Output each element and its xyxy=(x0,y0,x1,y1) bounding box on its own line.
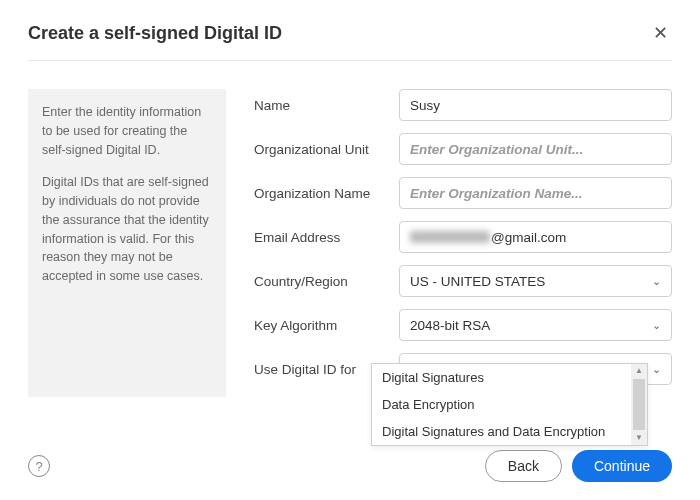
help-icon[interactable]: ? xyxy=(28,455,50,477)
dropdown-option-both[interactable]: Digital Signatures and Data Encryption xyxy=(372,418,647,445)
scroll-up-icon[interactable]: ▲ xyxy=(635,364,643,378)
row-name: Name xyxy=(254,89,672,121)
divider xyxy=(28,60,672,61)
info-text-2: Digital IDs that are self-signed by indi… xyxy=(42,173,212,286)
row-org-name: Organization Name xyxy=(254,177,672,209)
scroll-down-icon[interactable]: ▼ xyxy=(635,431,643,445)
use-for-dropdown: Digital Signatures Data Encryption Digit… xyxy=(371,363,648,446)
scroll-thumb[interactable] xyxy=(633,379,645,430)
dialog-header: Create a self-signed Digital ID ✕ xyxy=(28,20,672,46)
chevron-down-icon: ⌄ xyxy=(652,319,661,332)
digital-id-dialog: Create a self-signed Digital ID ✕ Enter … xyxy=(0,0,700,500)
org-unit-input[interactable] xyxy=(399,133,672,165)
info-text-1: Enter the identity information to be use… xyxy=(42,103,212,159)
country-value: US - UNITED STATES xyxy=(410,274,545,289)
row-key-algo: Key Algorithm 2048-bit RSA ⌄ xyxy=(254,309,672,341)
name-input[interactable] xyxy=(399,89,672,121)
email-input[interactable]: @gmail.com xyxy=(399,221,672,253)
email-label: Email Address xyxy=(254,230,399,245)
chevron-down-icon: ⌄ xyxy=(652,275,661,288)
chevron-down-icon: ⌄ xyxy=(652,363,661,376)
key-algo-select[interactable]: 2048-bit RSA ⌄ xyxy=(399,309,672,341)
org-name-label: Organization Name xyxy=(254,186,399,201)
dropdown-option-encrypt[interactable]: Data Encryption xyxy=(372,391,647,418)
continue-button[interactable]: Continue xyxy=(572,450,672,482)
key-algo-label: Key Algorithm xyxy=(254,318,399,333)
info-box: Enter the identity information to be use… xyxy=(28,89,226,397)
country-label: Country/Region xyxy=(254,274,399,289)
dialog-body: Enter the identity information to be use… xyxy=(28,89,672,397)
close-icon[interactable]: ✕ xyxy=(649,20,672,46)
footer-buttons: Back Continue xyxy=(485,450,672,482)
name-label: Name xyxy=(254,98,399,113)
country-select[interactable]: US - UNITED STATES ⌄ xyxy=(399,265,672,297)
dialog-footer: ? Back Continue xyxy=(28,450,672,482)
dropdown-option-sign[interactable]: Digital Signatures xyxy=(372,364,647,391)
form: Name Organizational Unit Organization Na… xyxy=(254,89,672,397)
email-masked xyxy=(410,231,490,243)
row-org-unit: Organizational Unit xyxy=(254,133,672,165)
org-name-input[interactable] xyxy=(399,177,672,209)
org-unit-label: Organizational Unit xyxy=(254,142,399,157)
email-domain: @gmail.com xyxy=(491,230,566,245)
key-algo-value: 2048-bit RSA xyxy=(410,318,490,333)
back-button[interactable]: Back xyxy=(485,450,562,482)
dialog-title: Create a self-signed Digital ID xyxy=(28,23,282,44)
scrollbar[interactable]: ▲ ▼ xyxy=(631,364,647,445)
row-email: Email Address @gmail.com xyxy=(254,221,672,253)
row-country: Country/Region US - UNITED STATES ⌄ xyxy=(254,265,672,297)
